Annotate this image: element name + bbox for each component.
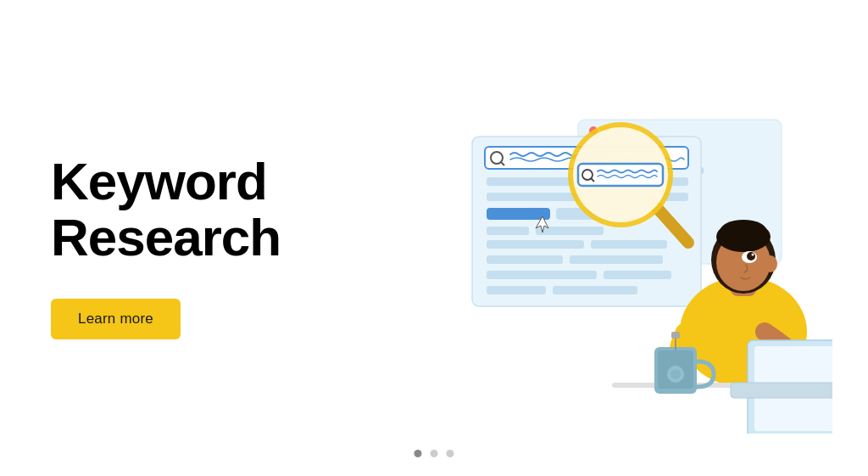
svg-rect-30	[487, 286, 546, 294]
svg-rect-22	[487, 227, 529, 235]
pagination-dots	[415, 450, 454, 457]
slide-container: Keyword Research Learn more	[0, 0, 868, 476]
svg-point-47	[747, 252, 755, 260]
learn-more-button[interactable]: Learn more	[51, 299, 181, 339]
svg-rect-31	[553, 286, 637, 294]
svg-rect-20	[487, 208, 550, 220]
svg-rect-16	[487, 177, 580, 186]
right-content	[322, 0, 868, 476]
pagination-dot-3[interactable]	[447, 450, 454, 457]
svg-rect-26	[487, 255, 563, 264]
pagination-dot-1[interactable]	[415, 450, 422, 457]
left-content: Keyword Research Learn more	[0, 137, 322, 339]
svg-rect-23	[536, 227, 604, 235]
svg-point-45	[764, 255, 777, 272]
svg-rect-24	[487, 240, 584, 249]
svg-rect-57	[671, 332, 680, 339]
hero-illustration	[358, 43, 832, 434]
main-title: Keyword Research	[51, 154, 322, 264]
svg-rect-29	[604, 271, 671, 279]
svg-rect-25	[591, 240, 667, 249]
svg-rect-36	[578, 164, 663, 186]
svg-rect-27	[570, 255, 663, 264]
svg-point-44	[720, 220, 767, 244]
svg-rect-53	[731, 383, 832, 398]
svg-point-48	[752, 253, 754, 255]
pagination-dot-2[interactable]	[431, 450, 438, 457]
svg-point-59	[670, 369, 681, 379]
svg-rect-28	[487, 271, 597, 279]
